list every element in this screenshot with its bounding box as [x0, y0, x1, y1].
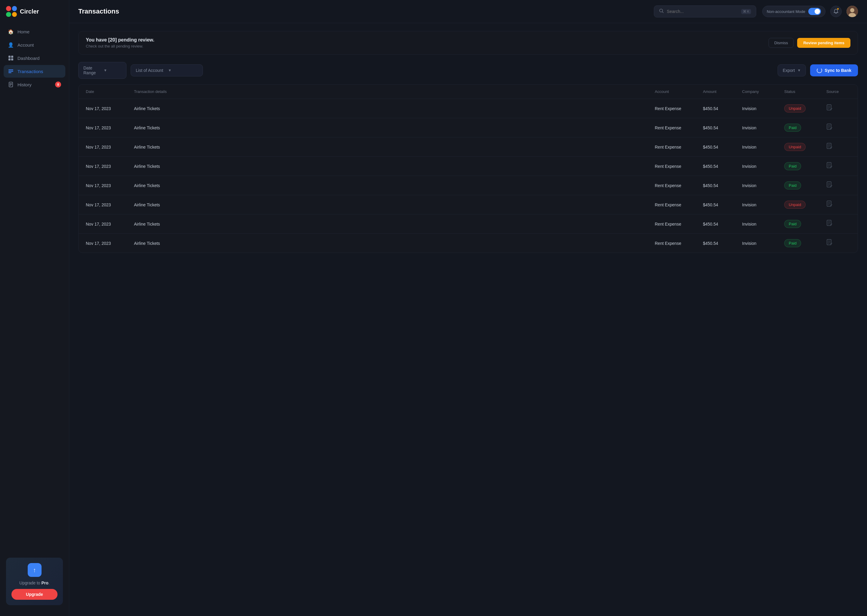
col-source: Source — [826, 90, 850, 94]
cell-details: Airline Tickets — [134, 126, 655, 130]
pending-banner: You have [20] pending review. Check out … — [78, 31, 858, 55]
cell-date: Nov 17, 2023 — [86, 145, 134, 149]
dismiss-button[interactable]: Dismiss — [769, 38, 794, 48]
svg-rect-3 — [11, 58, 13, 60]
avatar-image — [847, 6, 858, 17]
doc-icon[interactable] — [826, 124, 850, 132]
search-bar[interactable]: ⌘ K — [654, 5, 756, 17]
cell-amount: $450.54 — [703, 203, 742, 207]
sidebar-item-transactions[interactable]: Transactions — [4, 65, 65, 78]
table-body: Nov 17, 2023 Airline Tickets Rent Expens… — [79, 99, 858, 253]
export-label: Export — [783, 68, 795, 73]
bell-dot — [837, 8, 839, 10]
doc-icon[interactable] — [826, 181, 850, 190]
logo-text: Circler — [20, 8, 39, 15]
status-text: Paid — [784, 162, 801, 170]
search-input[interactable] — [667, 9, 738, 14]
table-header: Date Transaction details Account Amount … — [79, 85, 858, 99]
date-range-filter[interactable]: Date Range ▼ — [78, 62, 126, 79]
logo: Circler — [0, 6, 69, 25]
cell-amount: $450.54 — [703, 106, 742, 111]
history-icon — [8, 82, 14, 88]
cell-company: Invision — [742, 183, 784, 188]
account-icon: 👤 — [8, 42, 14, 48]
status-text: Paid — [784, 181, 801, 190]
notification-bell[interactable] — [830, 6, 842, 17]
cell-details: Airline Tickets — [134, 145, 655, 149]
content-area: You have [20] pending review. Check out … — [69, 23, 867, 616]
sidebar-item-dashboard[interactable]: Dashboard — [4, 52, 65, 64]
avatar[interactable] — [847, 6, 858, 17]
upgrade-card: ↑ Upgrade to Pro. Upgrade — [6, 558, 63, 605]
table-row[interactable]: Nov 17, 2023 Airline Tickets Rent Expens… — [79, 118, 858, 137]
sidebar-item-label: History — [17, 82, 32, 87]
col-details: Transaction details — [134, 90, 655, 94]
status-badge: Paid — [784, 162, 826, 170]
list-account-filter[interactable]: List of Account ▼ — [131, 64, 203, 76]
table-row[interactable]: Nov 17, 2023 Airline Tickets Rent Expens… — [79, 214, 858, 234]
table-row[interactable]: Nov 17, 2023 Airline Tickets Rent Expens… — [79, 195, 858, 214]
toggle-label: Non-accountant Mode — [767, 9, 805, 14]
table-row[interactable]: Nov 17, 2023 Airline Tickets Rent Expens… — [79, 137, 858, 157]
status-badge: Paid — [784, 124, 826, 132]
cell-amount: $450.54 — [703, 145, 742, 149]
review-button[interactable]: Review pending items — [797, 38, 850, 48]
col-date: Date — [86, 90, 134, 94]
main-content: Transactions ⌘ K Non-accountant Mode — [69, 0, 867, 616]
col-account: Account — [655, 90, 703, 94]
status-badge: Unpaid — [784, 201, 826, 209]
cell-company: Invision — [742, 106, 784, 111]
cell-date: Nov 17, 2023 — [86, 222, 134, 226]
doc-icon[interactable] — [826, 104, 850, 113]
cell-account: Rent Expense — [655, 222, 703, 226]
list-account-chevron: ▼ — [168, 68, 198, 72]
table-row[interactable]: Nov 17, 2023 Airline Tickets Rent Expens… — [79, 234, 858, 253]
svg-rect-10 — [9, 85, 11, 86]
dot-yellow — [12, 12, 17, 17]
cell-company: Invision — [742, 241, 784, 246]
cell-account: Rent Expense — [655, 183, 703, 188]
svg-line-12 — [662, 12, 664, 13]
table-row[interactable]: Nov 17, 2023 Airline Tickets Rent Expens… — [79, 99, 858, 118]
sidebar-item-home[interactable]: 🏠 Home — [4, 25, 65, 38]
doc-icon[interactable] — [826, 201, 850, 209]
doc-icon[interactable] — [826, 143, 850, 151]
sync-to-bank-button[interactable]: Sync to Bank — [810, 64, 858, 76]
upgrade-text-bold: Pro — [41, 580, 48, 585]
svg-rect-2 — [8, 58, 11, 60]
cell-company: Invision — [742, 126, 784, 130]
status-badge: Paid — [784, 220, 826, 228]
table-row[interactable]: Nov 17, 2023 Airline Tickets Rent Expens… — [79, 157, 858, 176]
sidebar-item-history[interactable]: History 8 — [4, 78, 65, 91]
col-amount: Amount — [703, 90, 742, 94]
svg-point-14 — [850, 8, 854, 13]
cell-company: Invision — [742, 203, 784, 207]
dashboard-icon — [8, 55, 14, 61]
upgrade-button[interactable]: Upgrade — [11, 589, 57, 600]
transactions-icon — [8, 68, 14, 74]
cell-date: Nov 17, 2023 — [86, 203, 134, 207]
doc-icon[interactable] — [826, 220, 850, 228]
upgrade-text-suffix: . — [49, 580, 50, 585]
status-text: Paid — [784, 239, 801, 247]
sidebar: Circler 🏠 Home 👤 Account Dashboard — [0, 0, 69, 616]
status-badge: Paid — [784, 239, 826, 247]
sync-icon — [817, 68, 822, 73]
doc-icon[interactable] — [826, 162, 850, 170]
export-chevron: ▼ — [797, 68, 801, 72]
export-button[interactable]: Export ▼ — [777, 64, 806, 76]
sidebar-item-account[interactable]: 👤 Account — [4, 39, 65, 51]
cell-date: Nov 17, 2023 — [86, 126, 134, 130]
table-row[interactable]: Nov 17, 2023 Airline Tickets Rent Expens… — [79, 176, 858, 195]
mode-toggle[interactable] — [808, 8, 821, 15]
cell-account: Rent Expense — [655, 145, 703, 149]
status-text: Unpaid — [784, 104, 806, 113]
cell-details: Airline Tickets — [134, 241, 655, 246]
status-badge: Unpaid — [784, 104, 826, 113]
svg-rect-4 — [8, 69, 13, 71]
sidebar-item-label: Home — [17, 29, 30, 34]
upgrade-text: Upgrade to Pro. — [19, 580, 49, 585]
col-status: Status — [784, 90, 826, 94]
svg-rect-9 — [9, 84, 12, 85]
doc-icon[interactable] — [826, 239, 850, 247]
